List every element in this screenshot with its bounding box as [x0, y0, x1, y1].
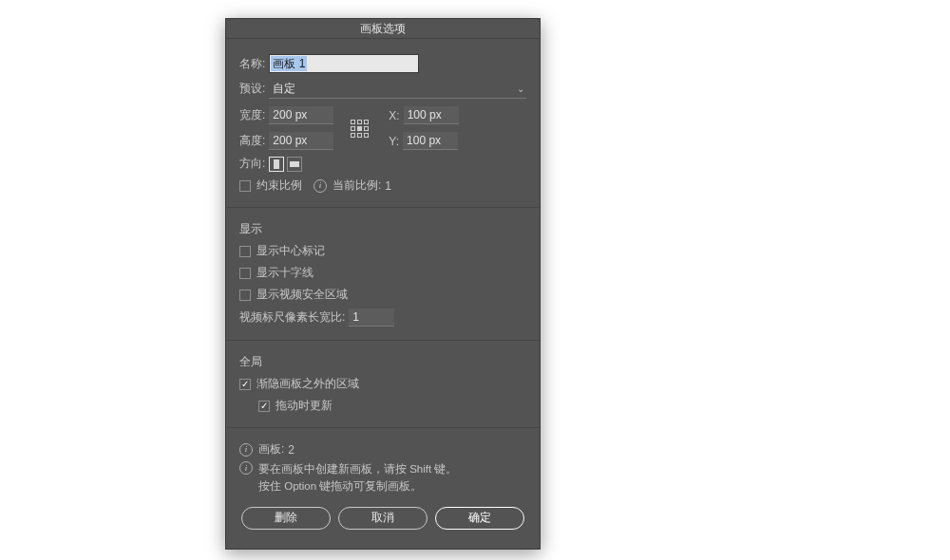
show-cross-checkbox[interactable] — [239, 268, 251, 279]
row-constrain: 约束比例 i 当前比例: 1 — [239, 177, 526, 194]
row-orientation: 方向: — [239, 156, 526, 172]
current-ratio-label: 当前比例: — [332, 177, 381, 194]
name-label: 名称: — [239, 56, 265, 72]
divider — [226, 427, 540, 428]
current-ratio-value: 1 — [385, 179, 391, 193]
ok-button[interactable]: 确定 — [435, 507, 524, 530]
display-section-title: 显示 — [239, 221, 526, 237]
show-center-label: 显示中心标记 — [256, 243, 325, 259]
x-input[interactable] — [404, 106, 459, 124]
global-section-title: 全局 — [239, 354, 526, 370]
orientation-portrait-button[interactable] — [269, 157, 284, 172]
portrait-icon — [274, 159, 279, 169]
dialog-body: 名称: 画板 1 预设: 自定 ⌄ 宽度: 高度: — [226, 39, 540, 503]
update-drag-label: 拖动时更新 — [276, 398, 332, 414]
height-label: 高度: — [239, 133, 265, 149]
artboard-count-label: 画板: — [258, 441, 284, 457]
x-label: X: — [389, 109, 399, 122]
name-input-wrap: 画板 1 — [269, 54, 526, 73]
artboard-count-value: 2 — [288, 443, 294, 457]
width-label: 宽度: — [239, 107, 265, 123]
position-col: X: Y: — [389, 106, 458, 150]
tip-line-2: 按住 Option 键拖动可复制画板。 — [258, 478, 457, 495]
show-safe-label: 显示视频安全区域 — [256, 287, 348, 303]
chevron-down-icon: ⌄ — [517, 84, 524, 94]
pixel-aspect-label: 视频标尺像素长宽比: — [239, 309, 345, 326]
row-artboard-count: i 画板: 2 — [239, 441, 526, 457]
delete-button[interactable]: 删除 — [241, 507, 331, 530]
dialog-title: 画板选项 — [226, 19, 540, 39]
row-name: 名称: 画板 1 — [239, 54, 526, 73]
row-show-cross: 显示十字线 — [239, 265, 526, 281]
tips-text: 要在画板中创建新画板，请按 Shift 键。 按住 Option 键拖动可复制画… — [258, 461, 457, 495]
size-col: 宽度: 高度: — [239, 106, 333, 150]
width-input[interactable] — [269, 106, 333, 124]
reference-point-grid[interactable] — [351, 120, 371, 138]
height-input[interactable] — [269, 132, 333, 150]
pixel-aspect-input[interactable] — [349, 308, 394, 327]
info-icon: i — [239, 461, 253, 475]
row-fade-outside: 渐隐画板之外的区域 — [239, 376, 526, 392]
constrain-label: 约束比例 — [256, 177, 302, 194]
divider — [226, 207, 540, 208]
preset-label: 预设: — [239, 81, 265, 97]
dimensions-block: 宽度: 高度: X: Y: — [239, 106, 526, 150]
row-tips: i 要在画板中创建新画板，请按 Shift 键。 按住 Option 键拖动可复… — [239, 461, 526, 495]
update-drag-checkbox[interactable] — [258, 401, 270, 412]
orientation-landscape-button[interactable] — [287, 157, 302, 172]
name-input-selection: 画板 1 — [271, 56, 307, 71]
divider — [226, 340, 540, 341]
preset-value: 自定 — [273, 81, 295, 97]
show-safe-checkbox[interactable] — [239, 289, 251, 301]
row-update-drag: 拖动时更新 — [239, 398, 526, 414]
y-label: Y: — [389, 135, 399, 148]
constrain-checkbox[interactable] — [239, 180, 251, 192]
dialog-buttons: 删除 取消 确定 — [226, 503, 540, 543]
landscape-icon — [290, 161, 299, 167]
fade-outside-label: 渐隐画板之外的区域 — [256, 376, 359, 392]
fade-outside-checkbox[interactable] — [239, 379, 251, 390]
y-input[interactable] — [403, 132, 458, 150]
artboard-options-dialog: 画板选项 名称: 画板 1 预设: 自定 ⌄ 宽度: — [225, 18, 541, 550]
row-show-safe: 显示视频安全区域 — [239, 287, 526, 303]
info-icon: i — [314, 179, 327, 193]
tip-line-1: 要在画板中创建新画板，请按 Shift 键。 — [258, 461, 457, 478]
cancel-button[interactable]: 取消 — [338, 507, 428, 530]
info-icon: i — [239, 443, 253, 457]
show-cross-label: 显示十字线 — [256, 265, 314, 281]
row-preset: 预设: 自定 ⌄ — [239, 79, 526, 99]
row-pixel-aspect: 视频标尺像素长宽比: — [239, 308, 526, 327]
reference-point-center[interactable] — [357, 126, 362, 131]
preset-select[interactable]: 自定 ⌄ — [269, 79, 526, 99]
orientation-label: 方向: — [239, 156, 265, 172]
row-show-center: 显示中心标记 — [239, 243, 526, 259]
show-center-checkbox[interactable] — [239, 246, 251, 257]
